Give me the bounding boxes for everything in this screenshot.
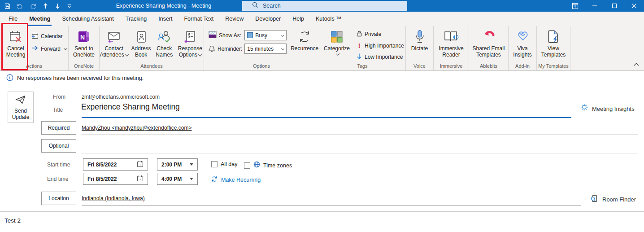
group-label-actions: Actions [0, 62, 68, 70]
calendar-icon [31, 32, 39, 40]
check-names-button[interactable]: Check Names [154, 27, 175, 58]
save-icon[interactable] [4, 3, 10, 9]
viva-insights-button[interactable]: Viva Insights [510, 27, 535, 58]
view-templates-button[interactable]: View Templates [538, 27, 569, 58]
checkbox-icon[interactable] [244, 162, 250, 169]
chevron-down-icon [281, 34, 284, 37]
high-importance-button[interactable]: ! High Importance [356, 42, 404, 49]
private-button[interactable]: Private [356, 30, 404, 38]
viva-insights-label: Viva Insights [510, 46, 535, 58]
contact-attendees-button[interactable]: Contact Attendees [100, 27, 128, 58]
chevron-down-icon [198, 53, 202, 56]
address-book-button[interactable]: Address Book [130, 27, 152, 58]
ribbon-display-options-icon[interactable] [565, 0, 585, 12]
calendar-picker-icon[interactable] [137, 175, 144, 183]
recurrence-button[interactable]: Recurrence [290, 27, 319, 52]
start-time-dropdown[interactable]: 2:00 PM [157, 158, 198, 171]
ribbon-group-actions: Cancel Meeting Calendar Forward Actions [0, 26, 69, 70]
tab-file[interactable]: File [3, 12, 23, 26]
required-button[interactable]: Required [41, 121, 76, 135]
required-label: Required [48, 125, 70, 131]
all-day-checkbox[interactable]: All day [211, 161, 238, 167]
cancel-meeting-button[interactable]: Cancel Meeting [4, 27, 28, 58]
move-down-icon[interactable] [55, 3, 61, 9]
contact-attendees-label: Contact Attendees [100, 45, 124, 58]
info-icon [6, 74, 13, 83]
title-label: Title [53, 107, 63, 113]
title-value[interactable]: Experience Sharing Meeting [81, 102, 180, 112]
checkbox-icon[interactable] [211, 161, 218, 167]
from-label: From [53, 94, 65, 100]
immersive-reader-icon [444, 29, 459, 45]
response-options-button[interactable]: Response Options [177, 27, 204, 58]
reminder-dropdown[interactable]: 15 minutes [244, 44, 287, 54]
group-label-tags: Tags [319, 62, 405, 70]
minimize-icon[interactable] [585, 0, 605, 12]
title-bar: Experience Sharing Meeting - Meeting Sea… [0, 0, 644, 12]
room-finder-label: Room Finder [602, 196, 636, 203]
tab-review[interactable]: Review [219, 12, 249, 26]
ribbon-group-addin: Viva Insights Add-in [509, 26, 537, 70]
tab-help[interactable]: Help [287, 12, 310, 26]
time-zones-checkbox[interactable]: Time zones [244, 161, 292, 170]
end-date-picker[interactable]: Fri 8/5/2022 [83, 173, 148, 185]
tab-format-text[interactable]: Format Text [178, 12, 219, 26]
chevron-down-icon [335, 52, 339, 55]
title-field-underline [82, 117, 571, 118]
check-names-label: Check Names [154, 46, 175, 58]
ribbon-group-ablebits: Shared Email Templates Ablebits [469, 26, 509, 70]
close-icon[interactable] [624, 0, 644, 12]
chevron-down-icon [281, 47, 284, 50]
group-label-immersive: Immersive [434, 62, 469, 70]
show-as-label: Show As: [219, 32, 241, 39]
low-importance-icon [356, 53, 362, 61]
location-value[interactable]: Indianola (Indianola, Iowa) [82, 195, 145, 201]
end-date-value: Fri 8/5/2022 [87, 176, 117, 182]
tab-developer[interactable]: Developer [249, 12, 287, 26]
search-input[interactable]: Search [242, 1, 407, 11]
reminder-value: 15 minutes [247, 46, 274, 52]
all-day-label: All day [221, 161, 238, 167]
tab-tracking[interactable]: Tracking [120, 12, 152, 26]
tab-meeting[interactable]: Meeting [23, 12, 56, 26]
from-value[interactable]: zmt@officefans.onmicrosoft.com [82, 94, 160, 100]
calendar-picker-icon[interactable] [137, 161, 144, 169]
send-to-onenote-button[interactable]: N Send to OneNote [70, 27, 98, 58]
collapse-ribbon-icon[interactable] [633, 60, 640, 68]
room-finder-button[interactable]: Room Finder [590, 194, 636, 205]
group-label-onenote: OneNote [69, 62, 99, 70]
immersive-reader-button[interactable]: Immersive Reader [435, 27, 467, 58]
meeting-insights-button[interactable]: Meeting Insights [580, 104, 635, 114]
tab-kutools[interactable]: Kutools ™ [310, 12, 348, 26]
customize-qat-icon[interactable] [67, 4, 72, 9]
dictate-button[interactable]: Dictate [408, 27, 432, 52]
categorize-button[interactable]: Categorize [323, 27, 351, 56]
forward-button[interactable]: Forward [31, 45, 67, 52]
tab-scheduling-assistant[interactable]: Scheduling Assistant [56, 12, 119, 26]
low-importance-button[interactable]: Low Importance [356, 53, 404, 61]
lightbulb-icon [580, 104, 588, 114]
move-up-icon[interactable] [43, 3, 48, 9]
start-date-value: Fri 8/5/2022 [87, 162, 117, 168]
recurrence-label: Recurrence [291, 46, 318, 52]
reminder-label: Reminder: [218, 46, 242, 52]
end-time-dropdown[interactable]: 4:00 PM [157, 173, 198, 185]
message-body-text[interactable]: Test 2 [4, 217, 21, 224]
recurring-icon [211, 175, 218, 184]
tab-insert[interactable]: Insert [152, 12, 178, 26]
required-recipient[interactable]: MandyZhou <mandyzhou@extendoffice.com> [82, 125, 191, 131]
ribbon-group-voice: Dictate Voice [406, 26, 434, 70]
location-button[interactable]: Location [41, 192, 76, 205]
check-names-icon [157, 29, 171, 45]
show-as-dropdown[interactable]: Busy [244, 30, 287, 40]
make-recurring-button[interactable]: Make Recurring [211, 175, 261, 184]
chevron-down-icon [190, 163, 193, 166]
send-update-button[interactable]: Send Update [8, 92, 34, 123]
start-date-picker[interactable]: Fri 8/5/2022 [83, 158, 148, 171]
start-time-label: Start time [47, 162, 70, 168]
optional-button[interactable]: Optional [41, 139, 76, 153]
required-field-underline [82, 134, 638, 135]
shared-email-templates-button[interactable]: Shared Email Templates [471, 27, 507, 58]
calendar-button[interactable]: Calendar [31, 32, 67, 40]
maximize-icon[interactable] [605, 0, 624, 12]
